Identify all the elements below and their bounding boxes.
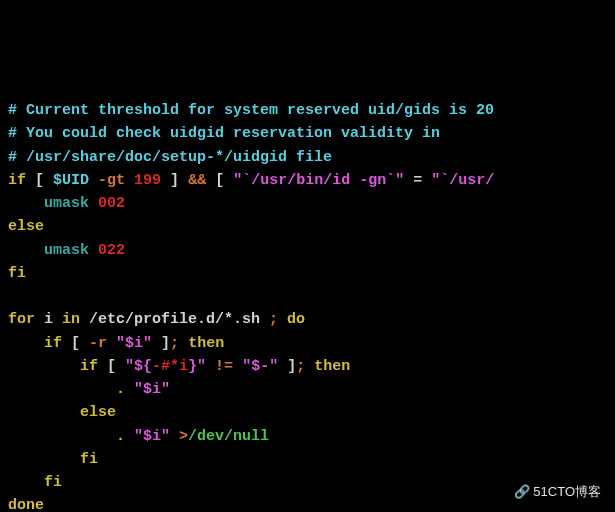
code-line: fi	[8, 448, 607, 471]
code-line: . "$i" >/dev/null	[8, 425, 607, 448]
code-token: &&	[188, 172, 206, 189]
code-line: umask 022	[8, 239, 607, 262]
code-token: umask	[44, 242, 89, 259]
code-token: ;	[296, 358, 305, 375]
code-token	[89, 195, 98, 212]
code-token: "${	[125, 358, 152, 375]
code-token	[305, 358, 314, 375]
code-line: # You could check uidgid reservation val…	[8, 122, 607, 145]
code-token: ;	[170, 335, 179, 352]
code-token: -gt	[98, 172, 125, 189]
code-token	[278, 311, 287, 328]
code-token	[8, 381, 116, 398]
code-token: then	[188, 335, 224, 352]
code-token: "$i"	[134, 428, 170, 445]
code-token: "$i"	[116, 335, 152, 352]
code-token: 022	[98, 242, 125, 259]
code-token: "$i"	[134, 381, 170, 398]
code-token	[8, 195, 44, 212]
code-line: . "$i"	[8, 378, 607, 401]
code-token: in	[62, 311, 80, 328]
code-token	[233, 358, 242, 375]
code-line: else	[8, 215, 607, 238]
code-token: then	[314, 358, 350, 375]
code-token: -#*i	[152, 358, 188, 375]
code-line: # Current threshold for system reserved …	[8, 99, 607, 122]
code-token	[8, 474, 44, 491]
code-line: else	[8, 401, 607, 424]
code-token: >	[179, 428, 188, 445]
code-token: # You could check uidgid reservation val…	[8, 125, 440, 142]
code-token	[8, 358, 80, 375]
code-line: for i in /etc/profile.d/*.sh ; do	[8, 308, 607, 331]
code-line	[8, 285, 607, 308]
code-token	[89, 172, 98, 189]
code-token: -r	[89, 335, 107, 352]
code-token: !=	[215, 358, 233, 375]
code-token: $UID	[53, 172, 89, 189]
code-token: umask	[44, 195, 89, 212]
code-token: i	[35, 311, 62, 328]
code-token: 002	[98, 195, 125, 212]
code-token	[125, 428, 134, 445]
code-token: if	[8, 172, 26, 189]
code-token: ]	[278, 358, 296, 375]
code-token	[125, 381, 134, 398]
code-token: .	[116, 381, 125, 398]
code-token: }"	[188, 358, 206, 375]
code-line: if [ $UID -gt 199 ] && [ "`/usr/bin/id -…	[8, 169, 607, 192]
code-token	[8, 335, 44, 352]
code-token: fi	[80, 451, 98, 468]
code-token	[8, 451, 80, 468]
code-token: do	[287, 311, 305, 328]
code-token: else	[80, 404, 116, 421]
code-token: ]	[161, 172, 188, 189]
code-token: "$-"	[242, 358, 278, 375]
code-token	[8, 242, 44, 259]
code-token: "`/usr/bin/id -gn`"	[233, 172, 404, 189]
code-token	[8, 428, 116, 445]
code-token: done	[8, 497, 44, 512]
code-token	[125, 172, 134, 189]
code-line: if [ "${-#*i}" != "$-" ]; then	[8, 355, 607, 378]
terminal-code-block: # Current threshold for system reserved …	[8, 99, 607, 512]
code-token	[8, 288, 17, 305]
code-token: fi	[8, 265, 26, 282]
code-token: .	[116, 428, 125, 445]
code-line: if [ -r "$i" ]; then	[8, 332, 607, 355]
code-token: if	[44, 335, 62, 352]
code-token	[206, 358, 215, 375]
code-token: ]	[152, 335, 170, 352]
code-line: # /usr/share/doc/setup-*/uidgid file	[8, 146, 607, 169]
code-token: 199	[134, 172, 161, 189]
code-token: [	[98, 358, 125, 375]
code-token: if	[80, 358, 98, 375]
code-token	[8, 404, 80, 421]
code-token	[179, 335, 188, 352]
code-token: /dev/null	[188, 428, 269, 445]
code-token: [	[26, 172, 53, 189]
code-token	[89, 242, 98, 259]
code-token: else	[8, 218, 44, 235]
code-token: # Current threshold for system reserved …	[8, 102, 494, 119]
code-token: /etc/profile.d/*.sh	[80, 311, 269, 328]
code-token	[107, 335, 116, 352]
code-token: [	[62, 335, 89, 352]
watermark-badge: 51CTO博客	[508, 480, 607, 504]
code-token	[170, 428, 179, 445]
code-token: "`/usr/	[431, 172, 494, 189]
code-token: ;	[269, 311, 278, 328]
code-line: fi	[8, 262, 607, 285]
code-token: fi	[44, 474, 62, 491]
code-token: for	[8, 311, 35, 328]
code-token: [	[206, 172, 233, 189]
code-line: umask 002	[8, 192, 607, 215]
code-token: # /usr/share/doc/setup-*/uidgid file	[8, 149, 332, 166]
code-token: =	[404, 172, 431, 189]
